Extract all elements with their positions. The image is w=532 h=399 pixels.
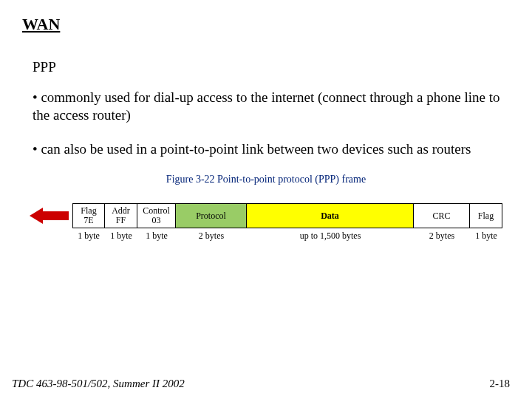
field-flag: Flag 7E xyxy=(72,203,105,228)
bullet-2: • can also be used in a point-to-point l… xyxy=(33,140,505,158)
field-crc: CRC xyxy=(414,203,470,228)
field-protocol: Protocol xyxy=(176,203,247,228)
field-value: 7E xyxy=(83,216,93,225)
ppp-frame-figure: Flag 7E 1 byte Addr FF 1 byte Control 03 xyxy=(22,203,510,242)
field-data: Data xyxy=(247,203,414,228)
field-value: 03 xyxy=(152,216,161,225)
slide-subtitle: PPP xyxy=(33,59,510,75)
field-control: Control 03 xyxy=(137,203,176,228)
footer-right: 2-18 xyxy=(490,378,511,390)
bullet-1: • commonly used for dial-up access to th… xyxy=(33,89,505,124)
field-label: CRC xyxy=(432,211,450,221)
field-size: 2 bytes xyxy=(176,228,247,242)
field-value: FF xyxy=(116,216,126,225)
field-addr: Addr FF xyxy=(105,203,137,228)
field-label: Protocol xyxy=(196,211,226,221)
field-size: 1 byte xyxy=(105,228,137,242)
field-size: up to 1,500 bytes xyxy=(247,228,414,242)
footer-left: TDC 463-98-501/502, Summer II 2002 xyxy=(12,378,185,390)
field-flag-end: Flag xyxy=(470,203,502,228)
field-label: Flag xyxy=(478,211,494,221)
field-size: 1 byte xyxy=(72,228,105,242)
field-size: 1 byte xyxy=(137,228,176,242)
slide-title: WAN xyxy=(22,15,510,34)
field-label: Data xyxy=(321,211,339,221)
figure-caption: Figure 3-22 Point-to-point protocol (PPP… xyxy=(22,174,510,185)
field-size: 1 byte xyxy=(470,228,502,242)
field-size: 2 bytes xyxy=(414,228,470,242)
